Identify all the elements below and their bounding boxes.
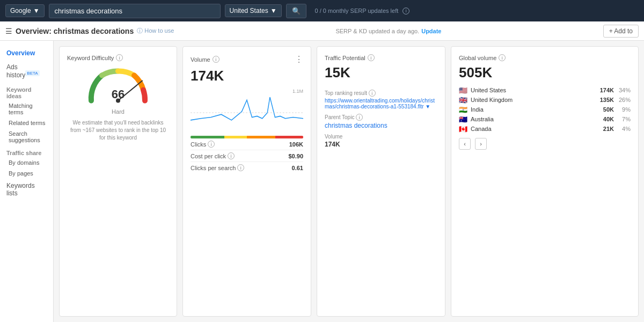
kd-info-icon[interactable]: i [116, 54, 123, 61]
traffic-card: Traffic Potential i 15K Top ranking resu… [317, 46, 445, 317]
update-link[interactable]: Update [421, 28, 441, 34]
country-pct: 4% [617, 126, 631, 132]
how-to-link[interactable]: ⓘ How to use [137, 27, 174, 35]
cpc-row: Cost per click i $0.90 [191, 150, 303, 162]
dropdown-arrow: ▼ [425, 104, 430, 109]
gauge-svg: 66 [83, 64, 153, 107]
engine-label: Google [10, 7, 31, 14]
volume-chart-svg [191, 89, 303, 129]
svg-text:66: 66 [112, 87, 125, 101]
traffic-value: 15K [325, 64, 437, 81]
traffic-volume-label: Volume [325, 134, 437, 140]
country-volume: 135K [595, 97, 614, 103]
country-pct: 34% [617, 87, 631, 93]
top-result-link[interactable]: https://www.orientaltrading.com/holidays… [325, 98, 437, 109]
country-row: 🇺🇸 United States 174K 34% [459, 85, 631, 95]
nav-arrows: ‹ › [459, 138, 631, 150]
sidebar-item-search-suggestions[interactable]: Search suggestions [0, 128, 53, 145]
beta-badge: BETA [25, 70, 39, 76]
gauge-note: We estimate that you'll need backlinks f… [67, 119, 169, 142]
clicks-value: 106K [289, 141, 303, 148]
serp-updated-text: SERP & KD updated a day ago. [335, 28, 419, 34]
country-volume: 21K [595, 126, 614, 132]
parent-topic-info-icon[interactable]: i [356, 114, 363, 121]
prev-arrow[interactable]: ‹ [459, 138, 471, 150]
cpc-label: Cost per click i [191, 152, 235, 159]
sidebar-item-ads-history[interactable]: Ads historyBETA [0, 60, 53, 82]
country-volume: 40K [595, 116, 614, 122]
top-bar: Google ▼ United States ▼ 🔍 0 / 0 monthly… [0, 0, 644, 21]
country-name: United Kingdom [471, 97, 592, 103]
flag-icon: 🇺🇸 [459, 87, 467, 93]
flag-icon: 🇮🇳 [459, 107, 467, 113]
global-card: Global volume i 505K 🇺🇸 United States 17… [451, 46, 639, 317]
engine-selector[interactable]: Google ▼ [5, 4, 45, 17]
search-wrap [49, 4, 221, 18]
menu-icon[interactable]: ☰ [5, 27, 12, 35]
flag-icon: 🇦🇺 [459, 116, 467, 122]
serp-info: 0 / 0 monthly SERP updates left [315, 8, 399, 14]
cpc-value: $0.90 [288, 153, 303, 159]
volume-value: 174K [191, 68, 303, 84]
chevron-icon: ▼ [33, 7, 40, 14]
clicks-label: Clicks i [191, 141, 215, 148]
traffic-info-icon[interactable]: i [368, 54, 375, 61]
cps-label: Clicks per search i [191, 164, 244, 171]
parent-topic-link[interactable]: christmas decorations [325, 122, 437, 129]
country-row: 🇦🇺 Australia 40K 7% [459, 114, 631, 124]
add-to-button[interactable]: + Add to [603, 25, 639, 38]
search-input[interactable] [49, 4, 221, 18]
main-content: Keyword Difficulty i [54, 41, 644, 322]
global-info-icon[interactable]: i [499, 54, 506, 61]
country-name: Australia [471, 116, 592, 122]
volume-chart-area: 1.1M [191, 89, 303, 131]
cards-row: Keyword Difficulty i [54, 41, 644, 322]
sub-header-left: ☰ Overview: christmas decorations ⓘ How … [5, 27, 174, 35]
search-button[interactable]: 🔍 [286, 4, 306, 18]
top-result-info-icon[interactable]: i [369, 90, 376, 97]
volume-card-title: Volume i ⋮ [191, 54, 303, 64]
sidebar-section-traffic-share: Traffic share [0, 145, 53, 157]
flag-icon: 🇨🇦 [459, 126, 467, 132]
cps-info-icon[interactable]: i [237, 164, 244, 171]
gauge-label: Hard [112, 108, 125, 115]
flag-icon: 🇬🇧 [459, 97, 467, 103]
question-icon: ⓘ [137, 27, 143, 34]
page-title: Overview: christmas decorations [16, 27, 134, 35]
country-pct: 26% [617, 97, 631, 103]
kd-card-title: Keyword Difficulty i [67, 54, 169, 61]
sub-header: ☰ Overview: christmas decorations ⓘ How … [0, 21, 644, 41]
volume-info-icon[interactable]: i [213, 56, 219, 63]
traffic-volume-value: 174K [325, 141, 437, 148]
chevron-icon: ▼ [270, 7, 277, 14]
country-pct: 7% [617, 116, 631, 122]
sidebar-item-matching-terms[interactable]: Matching terms [0, 100, 53, 118]
country-volume: 174K [595, 87, 614, 93]
content-area: Overview Ads historyBETA Keyword ideas M… [0, 41, 644, 322]
sidebar-item-keywords-lists[interactable]: Keywords lists [0, 179, 53, 200]
country-row: 🇬🇧 United Kingdom 135K 26% [459, 95, 631, 105]
sidebar-item-related-terms[interactable]: Related terms [0, 118, 53, 128]
traffic-card-title: Traffic Potential i [325, 54, 437, 61]
cps-row: Clicks per search i 0.61 [191, 162, 303, 173]
country-selector[interactable]: United States ▼ [225, 4, 282, 17]
volume-menu-icon[interactable]: ⋮ [295, 54, 303, 64]
sidebar-item-by-pages[interactable]: By pages [0, 168, 53, 179]
sidebar-section-keyword-ideas: Keyword ideas [0, 82, 53, 100]
country-row: 🇮🇳 India 50K 9% [459, 105, 631, 114]
serp-info-icon[interactable]: i [402, 8, 409, 14]
country-row: 🇨🇦 Canada 21K 4% [459, 124, 631, 134]
country-pct: 9% [617, 106, 631, 113]
sidebar-item-overview[interactable]: Overview [0, 46, 53, 60]
clicks-info-icon[interactable]: i [208, 141, 215, 148]
country-name: Canada [471, 126, 592, 132]
gauge-wrap: 66 Hard We estimate that you'll need bac… [67, 64, 169, 309]
clicks-row: Clicks i 106K [191, 138, 303, 150]
volume-card: Volume i ⋮ 174K 1.1M [182, 46, 311, 317]
next-arrow[interactable]: › [475, 138, 487, 150]
country-name: United States [471, 87, 592, 93]
country-list: 🇺🇸 United States 174K 34% 🇬🇧 United King… [459, 85, 631, 134]
sidebar-item-by-domains[interactable]: By domains [0, 157, 53, 168]
cpc-info-icon[interactable]: i [228, 152, 235, 159]
country-name: India [471, 106, 592, 113]
